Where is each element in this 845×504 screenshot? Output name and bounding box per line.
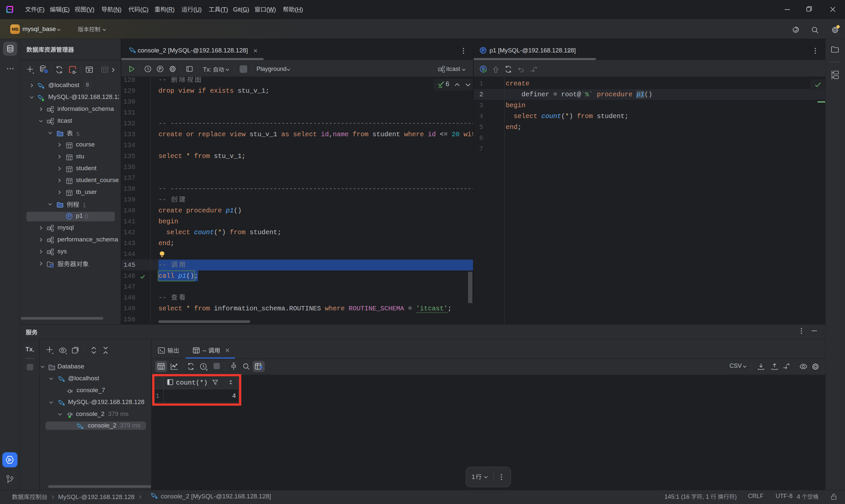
svg-text:DG: DG (8, 8, 12, 11)
